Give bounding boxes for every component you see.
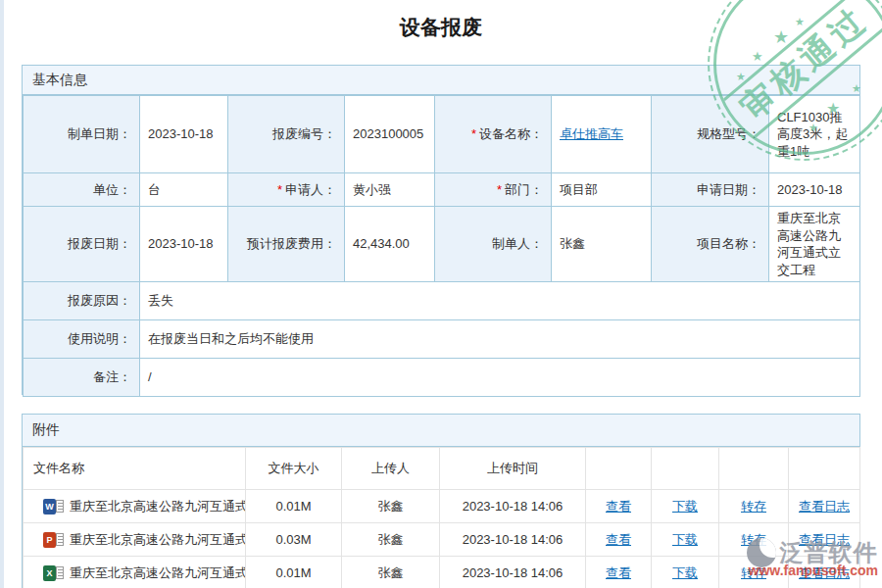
field-value-department: 项目部: [552, 173, 652, 207]
file-uploader: 张鑫: [342, 523, 440, 557]
save-as-link[interactable]: 转存: [741, 499, 766, 514]
field-label-device-name: *设备名称：: [435, 96, 552, 173]
column-header-empty: [652, 448, 719, 490]
column-header-empty: [586, 448, 652, 490]
file-size: 0.01M: [246, 557, 342, 588]
page-title: 设备报废: [0, 14, 882, 41]
required-mark: *: [471, 126, 476, 141]
attachments-header: 附件: [23, 415, 859, 447]
field-label-maker: 制单人：: [435, 207, 552, 282]
file-upload-time: 2023-10-18 14:06: [440, 523, 586, 557]
basic-info-header: 基本信息: [23, 66, 859, 95]
column-header-empty: [719, 448, 789, 490]
column-header-uploader: 上传人: [342, 448, 440, 490]
field-label-unit: 单位：: [24, 173, 140, 207]
table-row: 报废原因： 丢失: [24, 282, 860, 320]
field-value-scrap-date: 2023-10-18: [140, 207, 228, 282]
field-label-scrap-date: 报废日期：: [24, 207, 140, 282]
file-name: 重庆至北京高速公路九河互通式: [70, 531, 246, 549]
field-label-usage-note: 使用说明：: [24, 320, 140, 359]
view-link[interactable]: 查看: [606, 499, 631, 514]
field-value-maker: 张鑫: [552, 207, 652, 282]
table-row: 使用说明： 在报废当日和之后均不能使用: [24, 320, 860, 359]
view-log-link[interactable]: 查看日志: [799, 499, 850, 514]
attachments-table: 文件名称 文件大小 上传人 上传时间 W 重庆至北京高速公路九河互通式 0.01…: [23, 447, 860, 588]
field-label-scrap-reason: 报废原因：: [24, 282, 140, 320]
file-uploader: 张鑫: [342, 557, 440, 588]
field-value-unit: 台: [140, 173, 228, 207]
attachment-row: W 重庆至北京高速公路九河互通式 0.01M 张鑫 2023-10-18 14:…: [24, 490, 860, 523]
view-log-link[interactable]: 查看日志: [799, 565, 850, 580]
excel-file-icon: X: [43, 565, 64, 581]
basic-info-panel: 基本信息 制单日期： 2023-10-18 报废编号： 2023100005 *…: [22, 65, 860, 395]
view-log-link[interactable]: 查看日志: [799, 532, 850, 547]
view-link[interactable]: 查看: [606, 565, 631, 580]
download-link[interactable]: 下载: [672, 499, 698, 514]
field-label-department: *部门：: [435, 173, 552, 207]
field-label-scrap-no: 报废编号：: [228, 96, 345, 173]
file-name: 重庆至北京高速公路九河互通式: [70, 498, 246, 515]
table-row: 报废日期： 2023-10-18 预计报废费用： 42,434.00 制单人： …: [24, 207, 860, 282]
star-icon: ★: [752, 50, 763, 63]
download-link[interactable]: 下载: [672, 532, 698, 547]
field-value-scrap-cost: 42,434.00: [345, 207, 435, 282]
word-file-icon: W: [43, 499, 64, 514]
field-value-scrap-no: 2023100005: [345, 96, 435, 173]
table-row: 制单日期： 2023-10-18 报废编号： 2023100005 *设备名称：…: [24, 96, 860, 173]
field-value-applicant: 黄小强: [345, 173, 435, 207]
column-header-empty: [789, 448, 860, 490]
attachments-panel: 附件 文件名称 文件大小 上传人 上传时间 W 重庆至北京高速公路九河互通式 0…: [22, 414, 860, 588]
device-name-link[interactable]: 卓仕推高车: [560, 126, 623, 141]
table-row: 单位： 台 *申请人： 黄小强 *部门： 项目部 申请日期： 2023-10-1…: [24, 173, 860, 207]
field-label-scrap-cost: 预计报废费用：: [228, 207, 345, 282]
field-label-applicant: *申请人：: [228, 173, 345, 207]
file-upload-time: 2023-10-18 14:06: [440, 557, 586, 588]
field-value-scrap-reason: 丢失: [140, 282, 860, 320]
field-label-make-date: 制单日期：: [24, 96, 140, 173]
field-value-device-name: 卓仕推高车: [552, 96, 652, 173]
download-link[interactable]: 下载: [672, 565, 698, 580]
column-header-file-size: 文件大小: [246, 448, 342, 490]
page-left-edge: [0, 0, 4, 588]
save-as-link[interactable]: 转存: [741, 532, 766, 547]
field-label-remark: 备注：: [24, 359, 140, 397]
basic-info-table: 制单日期： 2023-10-18 报废编号： 2023100005 *设备名称：…: [23, 95, 860, 397]
field-value-make-date: 2023-10-18: [140, 96, 228, 173]
field-value-apply-date: 2023-10-18: [769, 173, 860, 207]
file-uploader: 张鑫: [342, 490, 440, 523]
required-mark: *: [497, 182, 502, 197]
attachments-header-row: 文件名称 文件大小 上传人 上传时间: [24, 448, 860, 490]
save-as-link[interactable]: 转存: [741, 565, 766, 580]
file-size: 0.01M: [246, 490, 342, 523]
field-value-remark: /: [140, 359, 860, 397]
field-label-project-name: 项目名称：: [652, 207, 769, 282]
field-value-usage-note: 在报废当日和之后均不能使用: [140, 320, 860, 359]
column-header-file-name: 文件名称: [24, 448, 246, 490]
table-row: 备注： /: [24, 359, 860, 397]
column-header-upload-time: 上传时间: [440, 448, 586, 490]
field-label-apply-date: 申请日期：: [652, 173, 769, 207]
required-mark: *: [277, 182, 282, 197]
powerpoint-file-icon: P: [43, 532, 64, 548]
file-name: 重庆至北京高速公路九河互通式: [70, 564, 246, 582]
field-value-project-name: 重庆至北京高速公路九河互通式立交工程: [769, 207, 860, 282]
field-value-spec-model: CLF1030推高度3米，起重1吨: [769, 96, 860, 173]
field-label-spec-model: 规格型号：: [652, 96, 769, 173]
file-size: 0.03M: [246, 523, 342, 557]
attachment-row: P 重庆至北京高速公路九河互通式 0.03M 张鑫 2023-10-18 14:…: [24, 523, 860, 557]
file-upload-time: 2023-10-18 14:06: [440, 490, 586, 523]
view-link[interactable]: 查看: [606, 532, 631, 547]
attachment-row: X 重庆至北京高速公路九河互通式 0.01M 张鑫 2023-10-18 14:…: [24, 557, 860, 588]
